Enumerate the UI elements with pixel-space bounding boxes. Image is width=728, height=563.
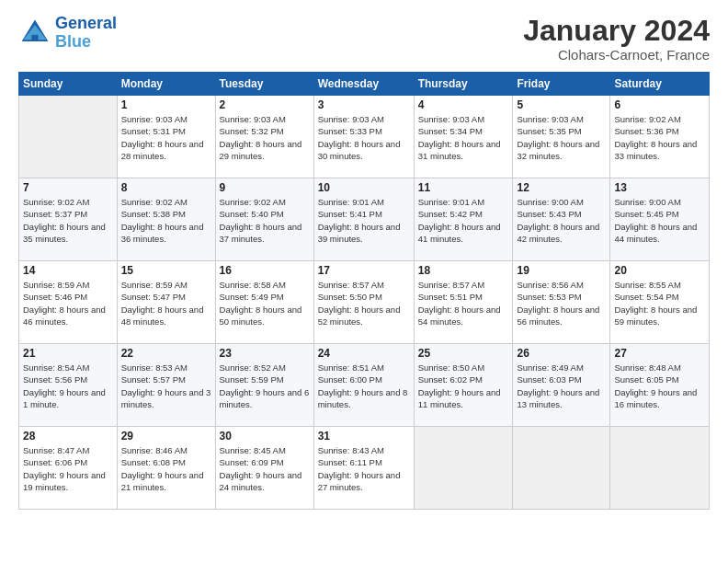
day-number: 12 [517,181,606,194]
table-row: 16 Sunrise: 8:58 AM Sunset: 5:49 PM Dayl… [215,261,313,344]
sunset-text: Sunset: 6:03 PM [517,374,581,385]
day-info: Sunrise: 8:51 AM Sunset: 6:00 PM Dayligh… [318,362,410,410]
sunset-text: Sunset: 5:38 PM [121,209,186,219]
sunset-text: Sunset: 5:34 PM [418,126,483,136]
sunrise-text: Sunrise: 8:45 AM [220,445,286,455]
table-row: 10 Sunrise: 9:01 AM Sunset: 5:41 PM Dayl… [313,178,414,261]
sunrise-text: Sunrise: 8:59 AM [121,280,188,290]
sunrise-text: Sunrise: 8:59 AM [23,280,89,290]
day-info: Sunrise: 9:02 AM Sunset: 5:40 PM Dayligh… [220,196,310,245]
sunrise-text: Sunrise: 8:49 AM [517,362,583,373]
table-row: 8 Sunrise: 9:02 AM Sunset: 5:38 PM Dayli… [117,178,215,261]
table-row: 18 Sunrise: 8:57 AM Sunset: 5:51 PM Dayl… [414,261,513,344]
subtitle: Clohars-Carnoet, France [523,47,710,63]
sunset-text: Sunset: 5:42 PM [418,209,483,219]
daylight-text: Daylight: 8 hours and 56 minutes. [517,304,599,327]
daylight-text: Daylight: 9 hours and 16 minutes. [614,387,697,409]
sunrise-text: Sunrise: 9:01 AM [418,197,484,207]
day-info: Sunrise: 9:03 AM Sunset: 5:31 PM Dayligh… [121,113,211,162]
sunset-text: Sunset: 5:36 PM [614,126,678,136]
table-row: 3 Sunrise: 9:03 AM Sunset: 5:33 PM Dayli… [313,96,414,178]
daylight-text: Daylight: 9 hours and 3 minutes. [121,387,211,409]
sunset-text: Sunset: 5:50 PM [318,292,382,302]
table-row: 22 Sunrise: 8:53 AM Sunset: 5:57 PM Dayl… [117,344,215,427]
daylight-text: Daylight: 8 hours and 48 minutes. [121,304,204,327]
table-row: 1 Sunrise: 9:03 AM Sunset: 5:31 PM Dayli… [117,96,215,178]
day-info: Sunrise: 9:00 AM Sunset: 5:43 PM Dayligh… [517,196,606,245]
day-number: 1 [121,98,211,111]
calendar: Sunday Monday Tuesday Wednesday Thursday… [18,72,710,510]
sunrise-text: Sunrise: 9:03 AM [220,114,286,124]
sunset-text: Sunset: 6:02 PM [418,374,483,385]
day-number: 22 [121,347,211,360]
sunrise-text: Sunrise: 9:03 AM [318,114,384,124]
sunset-text: Sunset: 5:57 PM [121,374,186,385]
sunrise-text: Sunrise: 8:57 AM [318,280,384,290]
day-number: 2 [220,98,310,111]
sunrise-text: Sunrise: 8:51 AM [318,362,384,373]
daylight-text: Daylight: 8 hours and 39 minutes. [318,222,401,244]
sunset-text: Sunset: 5:49 PM [220,292,284,302]
sunset-text: Sunset: 6:06 PM [23,457,87,467]
table-row: 17 Sunrise: 8:57 AM Sunset: 5:50 PM Dayl… [313,261,414,344]
day-number: 7 [23,181,113,194]
sunrise-text: Sunrise: 8:43 AM [318,445,384,455]
day-number: 6 [614,98,705,111]
day-info: Sunrise: 8:59 AM Sunset: 5:46 PM Dayligh… [23,279,113,327]
table-row: 20 Sunrise: 8:55 AM Sunset: 5:54 PM Dayl… [610,261,710,344]
daylight-text: Daylight: 8 hours and 50 minutes. [220,304,302,327]
sunset-text: Sunset: 5:32 PM [220,126,284,136]
sunset-text: Sunset: 5:40 PM [220,209,284,219]
sunset-text: Sunset: 5:37 PM [23,209,87,219]
daylight-text: Daylight: 9 hours and 1 minute. [23,387,106,409]
sunrise-text: Sunrise: 9:02 AM [121,197,188,207]
logo: General Blue [18,15,117,52]
logo-line2: Blue [55,32,91,51]
table-row: 25 Sunrise: 8:50 AM Sunset: 6:02 PM Dayl… [414,344,513,427]
day-info: Sunrise: 9:02 AM Sunset: 5:38 PM Dayligh… [121,196,211,245]
table-row: 12 Sunrise: 9:00 AM Sunset: 5:43 PM Dayl… [513,178,610,261]
day-number: 18 [418,264,509,277]
day-number: 24 [318,347,410,360]
daylight-text: Daylight: 8 hours and 42 minutes. [517,222,599,244]
table-row [19,96,118,178]
table-row: 11 Sunrise: 9:01 AM Sunset: 5:42 PM Dayl… [414,178,513,261]
day-number: 10 [318,181,410,194]
table-row: 13 Sunrise: 9:00 AM Sunset: 5:45 PM Dayl… [610,178,710,261]
day-info: Sunrise: 9:01 AM Sunset: 5:41 PM Dayligh… [318,196,410,245]
daylight-text: Daylight: 9 hours and 24 minutes. [220,470,302,492]
sunrise-text: Sunrise: 8:56 AM [517,280,583,290]
table-row: 15 Sunrise: 8:59 AM Sunset: 5:47 PM Dayl… [117,261,215,344]
month-title: January 2024 [523,15,710,47]
calendar-week-row: 21 Sunrise: 8:54 AM Sunset: 5:56 PM Dayl… [19,344,710,427]
table-row: 6 Sunrise: 9:02 AM Sunset: 5:36 PM Dayli… [610,96,710,178]
sunrise-text: Sunrise: 9:00 AM [614,197,680,207]
sunrise-text: Sunrise: 9:03 AM [517,114,583,124]
sunset-text: Sunset: 6:05 PM [614,374,678,385]
day-number: 14 [23,264,113,277]
daylight-text: Daylight: 8 hours and 33 minutes. [614,139,697,161]
logo-text: General Blue [55,15,117,52]
calendar-week-row: 14 Sunrise: 8:59 AM Sunset: 5:46 PM Dayl… [19,261,710,344]
header-tuesday: Tuesday [215,73,313,96]
daylight-text: Daylight: 8 hours and 52 minutes. [318,304,401,327]
sunset-text: Sunset: 5:31 PM [121,126,186,136]
sunset-text: Sunset: 5:47 PM [121,292,186,302]
daylight-text: Daylight: 8 hours and 29 minutes. [220,139,302,161]
sunrise-text: Sunrise: 9:03 AM [121,114,188,124]
day-number: 4 [418,98,509,111]
day-info: Sunrise: 8:45 AM Sunset: 6:09 PM Dayligh… [220,444,310,493]
sunset-text: Sunset: 5:35 PM [517,126,581,136]
day-number: 9 [220,181,310,194]
header-friday: Friday [513,73,610,96]
calendar-week-row: 7 Sunrise: 9:02 AM Sunset: 5:37 PM Dayli… [19,178,710,261]
day-number: 31 [318,430,410,442]
sunrise-text: Sunrise: 8:48 AM [614,362,680,373]
table-row: 9 Sunrise: 9:02 AM Sunset: 5:40 PM Dayli… [215,178,313,261]
day-number: 16 [220,264,310,277]
day-info: Sunrise: 8:59 AM Sunset: 5:47 PM Dayligh… [121,279,211,327]
sunrise-text: Sunrise: 8:50 AM [418,362,484,373]
header-wednesday: Wednesday [313,73,414,96]
daylight-text: Daylight: 9 hours and 6 minutes. [220,387,310,409]
day-number: 30 [220,430,310,442]
